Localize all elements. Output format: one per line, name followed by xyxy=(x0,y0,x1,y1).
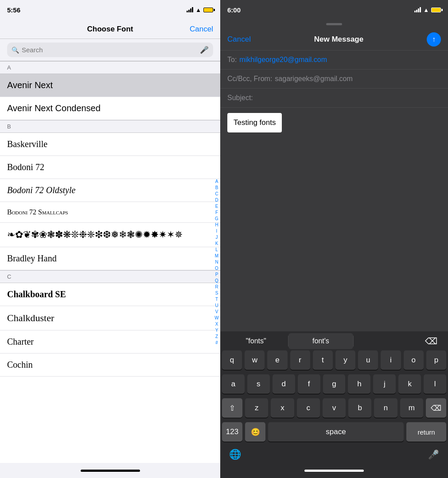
alpha-k[interactable]: K xyxy=(215,241,218,246)
alpha-u[interactable]: U xyxy=(215,303,218,308)
mic-key[interactable]: 🎤 xyxy=(428,449,439,460)
autocomplete-middle[interactable]: font's xyxy=(288,333,353,349)
key-p[interactable]: p xyxy=(426,350,446,370)
font-item-charter[interactable]: Charter xyxy=(0,330,220,354)
alpha-h[interactable]: H xyxy=(215,222,218,228)
font-item-bodoni72[interactable]: Bodoni 72 xyxy=(0,156,220,179)
key-u[interactable]: u xyxy=(358,350,378,370)
search-icon: 🔍 xyxy=(12,47,19,54)
key-h[interactable]: h xyxy=(348,374,370,394)
return-key[interactable]: return xyxy=(406,422,446,442)
alpha-v[interactable]: V xyxy=(215,309,218,315)
font-item-chalkduster[interactable]: Chalkduster xyxy=(0,306,220,330)
alpha-n[interactable]: N xyxy=(215,259,218,265)
key-j[interactable]: j xyxy=(373,374,396,394)
font-list: A Avenir Next Avenir Next Condensed B Ba… xyxy=(0,61,220,463)
alpha-a[interactable]: A xyxy=(215,179,218,184)
signal-bar-r1 xyxy=(414,11,416,12)
alpha-d[interactable]: D xyxy=(215,197,218,203)
alpha-g[interactable]: G xyxy=(215,216,218,222)
globe-key[interactable]: 🌐 xyxy=(229,449,241,460)
alpha-o[interactable]: O xyxy=(215,265,218,271)
to-field[interactable]: To: mikhilgeorge20@gmail.com xyxy=(220,51,448,70)
alpha-e[interactable]: E xyxy=(215,203,218,209)
alpha-s[interactable]: S xyxy=(215,290,218,296)
alpha-t[interactable]: T xyxy=(215,296,218,302)
key-n[interactable]: n xyxy=(374,398,397,418)
autocomplete-bar: "fonts" font's ⌫ xyxy=(220,331,448,350)
num-key[interactable]: 123 xyxy=(222,422,242,442)
subject-field[interactable]: Subject: xyxy=(220,89,448,108)
key-r[interactable]: r xyxy=(290,350,310,370)
alpha-w[interactable]: W xyxy=(214,315,218,321)
alpha-b[interactable]: B xyxy=(215,185,218,190)
email-nav-title: New Message xyxy=(314,35,364,44)
alpha-c[interactable]: C xyxy=(215,191,218,197)
key-l[interactable]: l xyxy=(424,374,446,394)
emoji-key[interactable]: 😊 xyxy=(245,422,265,442)
alpha-x[interactable]: X xyxy=(215,321,218,327)
status-time-right: 6:00 xyxy=(227,6,241,14)
key-k[interactable]: k xyxy=(398,374,421,394)
backspace-icon-autocomplete[interactable]: ⌫ xyxy=(418,332,444,350)
key-m[interactable]: m xyxy=(400,398,423,418)
email-body[interactable]: Testing fonts xyxy=(220,108,448,331)
key-g[interactable]: g xyxy=(323,374,346,394)
key-row-3: ⇧ z x c v b n m ⌫ xyxy=(222,398,446,418)
key-q[interactable]: q xyxy=(222,350,242,370)
space-key[interactable]: space xyxy=(268,422,404,442)
mic-icon[interactable]: 🎤 xyxy=(200,46,209,54)
status-bar-left: 5:56 ▲ xyxy=(0,0,220,19)
font-item-cochin[interactable]: Cochin xyxy=(0,354,220,377)
font-item-baskerville[interactable]: Baskerville xyxy=(0,133,220,156)
alpha-z[interactable]: Z xyxy=(215,334,218,339)
key-f[interactable]: f xyxy=(298,374,320,394)
wifi-icon-left: ▲ xyxy=(195,7,201,13)
search-container[interactable]: 🔍 🎤 xyxy=(7,43,213,57)
alpha-i[interactable]: I xyxy=(216,228,218,234)
key-t[interactable]: t xyxy=(313,350,333,370)
alpha-p[interactable]: P xyxy=(215,272,218,277)
key-c[interactable]: c xyxy=(297,398,320,418)
key-d[interactable]: d xyxy=(273,374,295,394)
key-v[interactable]: v xyxy=(323,398,346,418)
font-item-avenir-next[interactable]: Avenir Next xyxy=(0,74,220,97)
email-cancel-button[interactable]: Cancel xyxy=(227,35,251,44)
backspace-key[interactable]: ⌫ xyxy=(426,398,446,418)
key-x[interactable]: x xyxy=(271,398,294,418)
key-w[interactable]: w xyxy=(245,350,265,370)
autocomplete-left[interactable]: "fonts" xyxy=(224,333,288,349)
key-a[interactable]: a xyxy=(222,374,245,394)
font-item-chalkboard-se[interactable]: Chalkboard SE xyxy=(0,283,220,306)
send-button[interactable]: ↑ xyxy=(427,32,441,47)
key-z[interactable]: z xyxy=(245,398,268,418)
alpha-q[interactable]: Q xyxy=(215,278,218,284)
alpha-m[interactable]: M xyxy=(215,253,218,259)
key-i[interactable]: i xyxy=(381,350,401,370)
nav-bar-left: Choose Font Cancel xyxy=(0,19,220,39)
key-b[interactable]: b xyxy=(348,398,371,418)
font-item-bodoni-smallcaps[interactable]: Bodoni 72 Smallcaps xyxy=(0,202,220,223)
cc-value: sagarigeeks@gmail.com xyxy=(275,75,352,83)
alpha-j[interactable]: J xyxy=(216,234,218,240)
search-input[interactable] xyxy=(22,46,197,54)
key-o[interactable]: o xyxy=(404,350,424,370)
alpha-l[interactable]: L xyxy=(215,247,218,253)
key-e[interactable]: e xyxy=(267,350,287,370)
cancel-button-left[interactable]: Cancel xyxy=(190,25,213,34)
status-icons-right: ▲ xyxy=(414,7,441,13)
cc-field[interactable]: Cc/Bcc, From: sagarigeeks@gmail.com xyxy=(220,70,448,89)
alpha-hash[interactable]: # xyxy=(215,340,218,346)
key-y[interactable]: y xyxy=(335,350,355,370)
font-item-bodoni-oldstyle[interactable]: Bodoni 72 Oldstyle xyxy=(0,179,220,202)
font-item-zapf-dingbats[interactable]: ❧✿❦✾❀❃✽❋❊❉❈❇❆❅❄❃✺✹✸✷✶✵ xyxy=(0,223,220,247)
shift-key[interactable]: ⇧ xyxy=(222,398,242,418)
key-s[interactable]: s xyxy=(247,374,270,394)
alpha-f[interactable]: F xyxy=(215,210,218,215)
status-bar-right: 6:00 ▲ xyxy=(220,0,448,19)
font-item-bradley-hand[interactable]: Bradley Hand xyxy=(0,247,220,270)
alpha-r[interactable]: R xyxy=(215,284,218,290)
key-row-1: q w e r t y u i o p xyxy=(222,350,446,370)
font-item-avenir-condensed[interactable]: Avenir Next Condensed xyxy=(0,97,220,120)
alpha-y[interactable]: Y xyxy=(215,327,218,333)
